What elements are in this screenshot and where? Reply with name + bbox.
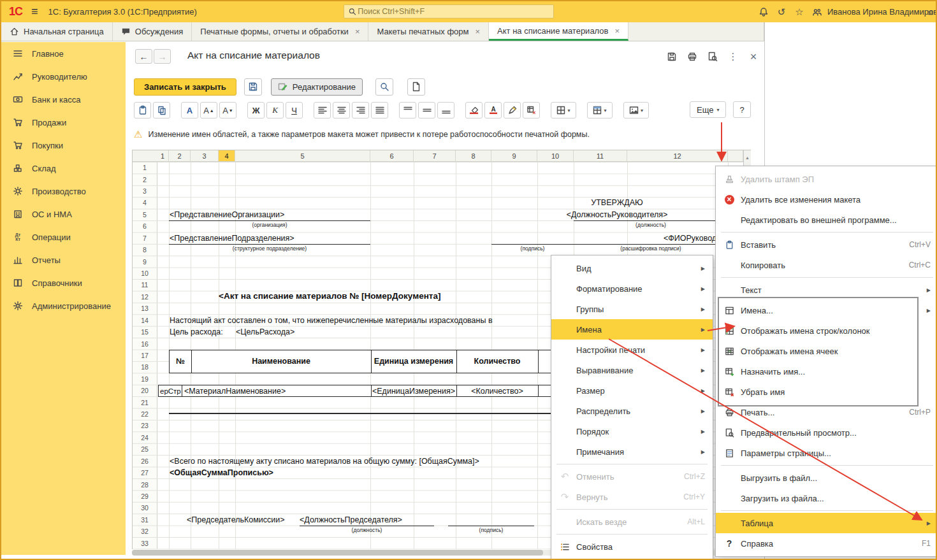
sidebar-item-production[interactable]: Производство [1, 180, 126, 203]
sidebar-item-references[interactable]: Справочники [1, 271, 126, 294]
menu-item-import-file[interactable]: Загрузить из файла... [716, 488, 937, 508]
th-qty[interactable]: Количество [456, 350, 538, 373]
tab-close-icon[interactable]: × [475, 27, 480, 36]
clear-format-icon[interactable]: × [523, 102, 540, 118]
align-right-icon[interactable] [352, 102, 369, 118]
row-area-name[interactable]: ерСтр [160, 385, 181, 397]
editing-toggle-button[interactable]: Редактирование [271, 78, 363, 96]
text-color-icon[interactable]: А [484, 102, 502, 118]
row-header[interactable]: 31 [133, 514, 157, 526]
menu-item-paste[interactable]: ВставитьCtrl+V [716, 234, 937, 255]
column-header[interactable] [728, 150, 743, 161]
caption-position[interactable]: (должность) [574, 222, 728, 228]
row-header[interactable]: 15 [133, 326, 157, 338]
close-form-icon[interactable]: × [746, 49, 761, 64]
menu-item-distribute[interactable]: Распределить▶ [551, 401, 713, 421]
search-input[interactable] [356, 6, 549, 17]
menu-item-text[interactable]: Текст▶ [716, 280, 937, 300]
tab-home[interactable]: Начальная страница [1, 22, 113, 41]
column-header[interactable]: 5 [235, 150, 370, 161]
row-header[interactable]: 1 [133, 162, 157, 173]
menu-item-delete-stamp[interactable]: Удалить штамп ЭП [716, 169, 937, 189]
caption-org[interactable]: (организация) [169, 222, 370, 228]
sidebar-item-bank-cash[interactable]: Банк и касса [1, 88, 126, 111]
bold-button[interactable]: Ж [247, 102, 265, 118]
menu-item-page-setup[interactable]: Параметры страницы... [716, 443, 937, 463]
cell-qty[interactable]: <Количество> [456, 385, 538, 397]
scrollbar-thumb[interactable] [132, 550, 543, 556]
preview-icon[interactable] [705, 49, 720, 64]
row-header[interactable]: 33 [133, 537, 157, 549]
row-header[interactable]: 2 [133, 173, 157, 185]
menu-item-undo[interactable]: ↶ОтменитьCtrl+Z [551, 466, 713, 487]
sidebar-item-operations[interactable]: ДтКт Операции [1, 226, 126, 248]
caption-position-2[interactable]: (должность) [300, 527, 434, 533]
scroll-up-icon[interactable]: ▲ [745, 155, 750, 160]
service-menu-icon[interactable]: ≡ [924, 6, 937, 18]
sidebar-item-fixed-assets[interactable]: ОС и НМА [1, 203, 126, 226]
sidebar-item-purchases[interactable]: Покупки [1, 134, 126, 157]
save-icon[interactable] [664, 49, 679, 64]
caption-sign[interactable]: (подпись) [491, 245, 574, 252]
column-header[interactable]: 6 [370, 150, 414, 161]
cell-total-words[interactable]: <ОбщаяСуммаПрописью> [170, 467, 273, 478]
valign-top-icon[interactable] [399, 102, 416, 118]
save-button[interactable] [244, 78, 262, 96]
notifications-bell-icon[interactable] [757, 6, 770, 18]
menu-item-names[interactable]: Имена▶ [551, 319, 713, 340]
menu-item-edit-external[interactable]: Редактировать во внешней программе... [716, 210, 937, 230]
menu-item-help[interactable]: ?СправкаF1 [716, 533, 937, 554]
cell-chairman[interactable]: <ПредседательКомиссии> [187, 514, 285, 526]
fill-color-icon[interactable] [465, 102, 483, 118]
global-search[interactable] [344, 4, 554, 18]
menu-item-preview[interactable]: Предварительный просмотр... [716, 422, 937, 443]
row-header[interactable]: 28 [133, 478, 157, 490]
cell-appearance-dropdown[interactable]: ▾ [587, 102, 613, 118]
page-view-icon[interactable] [407, 78, 425, 96]
valign-bottom-icon[interactable] [437, 102, 454, 118]
menu-item-notes[interactable]: Примечания▶ [551, 442, 713, 462]
sidebar-item-administration[interactable]: Администрирование [1, 294, 126, 317]
sidebar-item-manager[interactable]: Руководителю [1, 65, 126, 88]
row-header[interactable]: 9 [133, 255, 157, 267]
row-header[interactable]: 32 [133, 526, 157, 537]
menu-item-print[interactable]: Печать...Ctrl+P [716, 402, 937, 422]
image-dropdown[interactable]: ▾ [623, 102, 649, 118]
help-button[interactable]: ? [733, 101, 751, 118]
sidebar-item-sales[interactable]: Продажи [1, 111, 126, 134]
increase-font-icon[interactable]: A▲ [200, 102, 217, 118]
menu-item-remove-name[interactable]: Убрать имя [716, 382, 937, 402]
row-header[interactable]: 25 [133, 443, 157, 455]
cell-org[interactable]: <ПредставлениеОрганизации> [170, 209, 284, 220]
cell-doc-title[interactable]: <Акт на списание материалов № [НомерДоку… [219, 291, 440, 302]
row-header[interactable]: 7 [133, 233, 157, 244]
decrease-font-icon[interactable]: A▼ [219, 102, 236, 118]
align-left-icon[interactable] [314, 102, 331, 118]
menu-item-delete-all-changes[interactable]: ×Удалить все изменения макета [716, 189, 937, 210]
users-icon[interactable] [811, 6, 824, 18]
menu-item-show-row-col-names[interactable]: Отображать имена строк/колонок [716, 320, 937, 341]
row-header[interactable]: 21 [133, 396, 157, 408]
cell-purpose-label[interactable]: Цель расхода: [170, 326, 223, 338]
main-menu-icon[interactable]: ≡ [31, 5, 38, 18]
cell-material[interactable]: <МатериалНаименование> [184, 385, 286, 397]
underline-button[interactable]: Ч [286, 102, 303, 118]
menu-item-show-cell-names[interactable]: Отображать имена ячеек [716, 341, 937, 361]
borders-dropdown[interactable]: ▾ [551, 102, 576, 118]
th-unit[interactable]: Единица измерения [371, 350, 456, 373]
kebab-menu-icon[interactable]: ⋮ [725, 49, 741, 64]
row-header[interactable]: 12 [133, 291, 157, 303]
align-justify-icon[interactable] [371, 102, 388, 118]
th-num[interactable]: № [170, 350, 191, 373]
forward-button[interactable]: → [154, 49, 171, 64]
menu-item-properties[interactable]: Свойства [551, 536, 713, 557]
menu-item-assign-name[interactable]: Назначить имя... [716, 361, 937, 382]
menu-item-groups[interactable]: Группы▶ [551, 299, 713, 319]
row-header[interactable]: 4 [133, 197, 157, 208]
row-header[interactable]: 10 [133, 268, 157, 279]
row-header[interactable]: 8 [133, 244, 157, 255]
cell-approve[interactable]: УТВЕРЖДАЮ [541, 197, 694, 208]
menu-item-names-dialog[interactable]: Имена...▶ [716, 300, 937, 320]
italic-button[interactable]: К [266, 102, 284, 118]
row-header[interactable]: 26 [133, 456, 157, 467]
